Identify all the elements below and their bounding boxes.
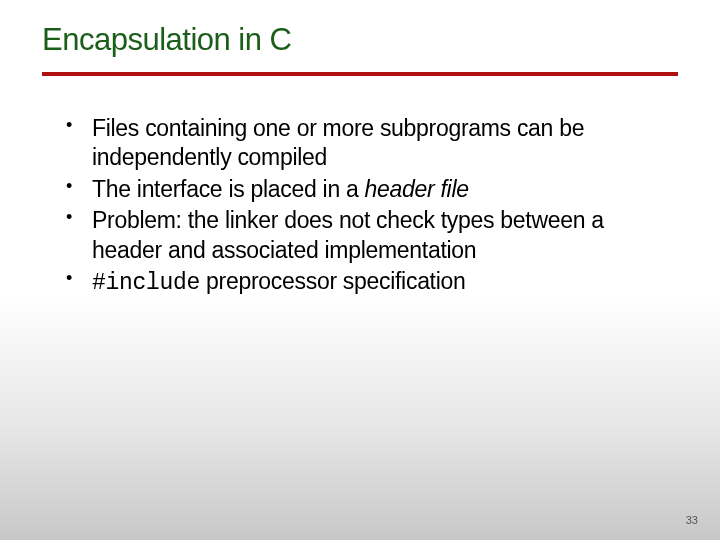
bullet-text: The interface is placed in a — [92, 176, 365, 202]
bullet-text: Files containing one or more subprograms… — [92, 115, 584, 170]
page-number: 33 — [686, 514, 698, 526]
title-underline — [42, 72, 678, 76]
bullet-text: Problem: the linker does not check types… — [92, 207, 604, 262]
bullet-list: Files containing one or more subprograms… — [60, 114, 660, 299]
slide-title: Encapsulation in C — [0, 0, 720, 58]
list-item: #include preprocessor specification — [60, 267, 660, 298]
list-item: Problem: the linker does not check types… — [60, 206, 660, 265]
bullet-code: #include — [92, 270, 200, 296]
list-item: The interface is placed in a header file — [60, 175, 660, 204]
bullet-text: preprocessor specification — [200, 268, 465, 294]
bullet-emph: header file — [365, 176, 469, 202]
slide: Encapsulation in C Files containing one … — [0, 0, 720, 540]
list-item: Files containing one or more subprograms… — [60, 114, 660, 173]
slide-body: Files containing one or more subprograms… — [60, 114, 660, 299]
